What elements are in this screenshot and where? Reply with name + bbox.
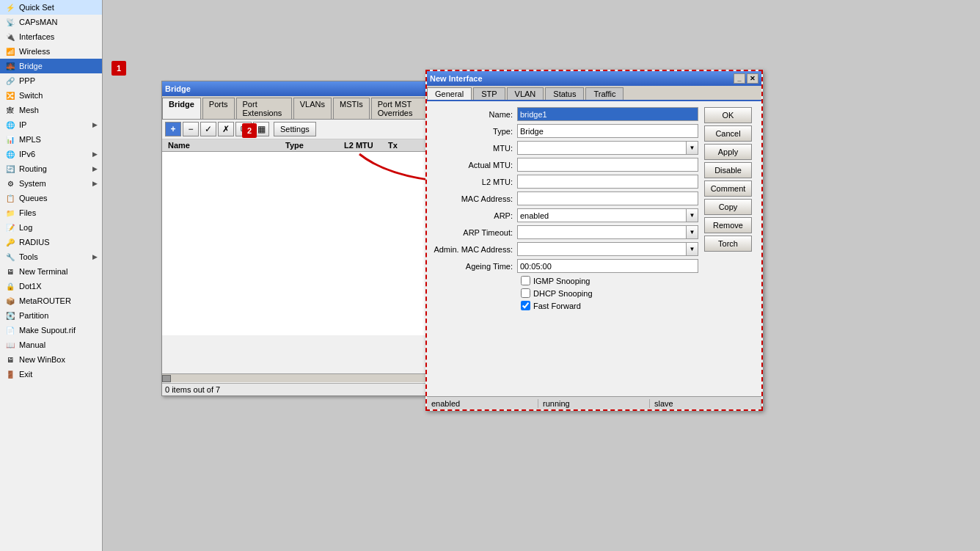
disable-button[interactable]: Disable (704, 162, 752, 178)
bridge-toolbar: + − ✓ ✗ ⧉ ▦ Settings (162, 120, 439, 139)
sidebar-item-new-winbox[interactable]: 🖥 New WinBox (0, 352, 102, 367)
bridge-window: Bridge Bridge Ports Port Extensions VLAN… (161, 81, 440, 396)
arp-dropdown-btn[interactable]: ▼ (687, 208, 698, 222)
make-supout-icon: 📄 (4, 324, 16, 336)
admin-mac-label: Admin. MAC Address: (433, 245, 517, 254)
actual-mtu-input[interactable] (517, 158, 698, 172)
close-button[interactable]: ✕ (747, 73, 758, 84)
sidebar-item-wireless[interactable]: 📶 Wireless (0, 44, 102, 59)
status-slave: slave (650, 399, 761, 408)
sidebar-item-label: MetaROUTER (19, 296, 71, 305)
igmp-snooping-checkbox[interactable] (521, 276, 530, 285)
ni-tab-traffic[interactable]: Traffic (585, 87, 624, 100)
sidebar-item-exit[interactable]: 🚪 Exit (0, 367, 102, 382)
actual-mtu-label: Actual MTU: (433, 161, 517, 169)
manual-icon: 📖 (4, 339, 16, 351)
sidebar-item-partition[interactable]: 💽 Partition (0, 308, 102, 323)
igmp-snooping-row: IGMP Snooping (433, 276, 698, 285)
sidebar-item-label: New WinBox (19, 355, 65, 364)
sidebar-item-radius[interactable]: 🔑 RADIUS (0, 235, 102, 249)
sidebar-item-ppp[interactable]: 🔗 PPP (0, 73, 102, 88)
arp-timeout-input[interactable] (517, 225, 687, 239)
bridge-tab-port-extensions[interactable]: Port Extensions (236, 98, 292, 119)
col-header-name: Name (165, 140, 282, 150)
sidebar-item-system[interactable]: ⚙ System ▶ (0, 176, 102, 191)
bridge-tab-vlans[interactable]: VLANs (293, 98, 332, 119)
ni-tab-general[interactable]: General (427, 87, 472, 100)
name-input[interactable] (517, 107, 698, 121)
dhcp-snooping-checkbox[interactable] (521, 288, 530, 298)
switch-icon: 🔀 (4, 90, 16, 101)
sidebar-item-label: Queues (19, 194, 48, 202)
sidebar-item-quick-set[interactable]: ⚡ Quick Set (0, 0, 102, 15)
sidebar-item-new-terminal[interactable]: 🖥 New Terminal (0, 264, 102, 279)
new-interface-title: New Interface (430, 74, 483, 83)
radius-icon: 🔑 (4, 236, 16, 248)
partition-icon: 💽 (4, 310, 16, 321)
ipv6-icon: 🌐 (4, 148, 16, 160)
ni-tab-status[interactable]: Status (545, 87, 584, 100)
sidebar-item-capsman[interactable]: 📡 CAPsMAN (0, 15, 102, 29)
sidebar-item-bridge[interactable]: 🌉 Bridge (0, 59, 102, 73)
sidebar-item-queues[interactable]: 📋 Queues (0, 191, 102, 205)
sidebar-item-log[interactable]: 📝 Log (0, 220, 102, 235)
bridge-enable-button[interactable]: ✓ (200, 122, 216, 136)
sidebar-item-dot1x[interactable]: 🔒 Dot1X (0, 279, 102, 293)
new-interface-content: Name: Type: MTU: ▼ Actual MTU: (427, 101, 761, 319)
sidebar-item-mpls[interactable]: 📊 MPLS (0, 132, 102, 147)
dhcp-snooping-label: DHCP Snooping (533, 289, 593, 298)
bridge-tab-ports[interactable]: Ports (202, 98, 235, 119)
sidebar-item-mesh[interactable]: 🕸 Mesh (0, 103, 102, 117)
mtu-input[interactable] (517, 141, 687, 155)
sidebar-item-metarouter[interactable]: 📦 MetaROUTER (0, 293, 102, 308)
torch-button[interactable]: Torch (704, 236, 752, 252)
arp-input[interactable] (517, 208, 687, 222)
sidebar-item-manual[interactable]: 📖 Manual (0, 337, 102, 352)
comment-button[interactable]: Comment (704, 180, 752, 197)
sidebar-item-interfaces[interactable]: 🔌 Interfaces (0, 29, 102, 44)
sidebar-item-label: Make Supout.rif (19, 326, 76, 335)
bridge-disable-button[interactable]: ✗ (218, 122, 234, 136)
mpls-icon: 📊 (4, 134, 16, 145)
type-row: Type: (433, 124, 698, 138)
type-input[interactable] (517, 124, 698, 138)
sidebar-item-label: Tools (19, 252, 38, 261)
mac-address-input[interactable] (517, 191, 698, 205)
mtu-dropdown-btn[interactable]: ▼ (687, 141, 698, 155)
dhcp-snooping-row: DHCP Snooping (433, 288, 698, 298)
bridge-tab-bridge[interactable]: Bridge (162, 98, 201, 119)
l2mtu-input[interactable] (517, 175, 698, 189)
mac-address-label: MAC Address: (433, 194, 517, 203)
bridge-settings-button[interactable]: Settings (274, 122, 316, 136)
mtu-row: MTU: ▼ (433, 141, 698, 155)
sidebar-item-label: MPLS (19, 135, 41, 144)
bridge-add-button[interactable]: + (165, 122, 181, 136)
sidebar-item-make-supout[interactable]: 📄 Make Supout.rif (0, 323, 102, 337)
bridge-scroll-thumb[interactable] (162, 375, 171, 382)
sidebar-item-tools[interactable]: 🔧 Tools ▶ (0, 249, 102, 264)
admin-mac-input[interactable] (517, 242, 687, 256)
remove-button[interactable]: Remove (704, 217, 752, 233)
ok-button[interactable]: OK (704, 107, 752, 123)
ni-tab-vlan[interactable]: VLAN (507, 87, 544, 100)
ni-tab-stp[interactable]: STP (473, 87, 505, 100)
minimize-button[interactable]: _ (734, 73, 745, 84)
sidebar-item-files[interactable]: 📁 Files (0, 205, 102, 220)
sidebar-item-ipv6[interactable]: 🌐 IPv6 ▶ (0, 147, 102, 161)
sidebar-item-switch[interactable]: 🔀 Switch (0, 88, 102, 103)
sidebar-item-routing[interactable]: 🔄 Routing ▶ (0, 161, 102, 176)
apply-button[interactable]: Apply (704, 144, 752, 160)
sidebar-item-ip[interactable]: 🌐 IP ▶ (0, 117, 102, 132)
ageing-time-input[interactable] (517, 259, 698, 273)
bridge-scrollbar[interactable] (162, 373, 439, 382)
arp-timeout-dropdown-btn[interactable]: ▼ (687, 225, 698, 239)
cancel-button[interactable]: Cancel (704, 125, 752, 142)
new-winbox-icon: 🖥 (4, 354, 16, 365)
bridge-titlebar: Bridge (162, 81, 439, 96)
bridge-tab-mstis[interactable]: MSTIs (333, 98, 370, 119)
bridge-remove-button[interactable]: − (183, 122, 199, 136)
sidebar-item-label: Partition (19, 311, 48, 320)
copy-button[interactable]: Copy (704, 199, 752, 215)
fast-forward-checkbox[interactable] (521, 301, 530, 310)
admin-mac-dropdown-btn[interactable]: ▼ (687, 242, 698, 256)
